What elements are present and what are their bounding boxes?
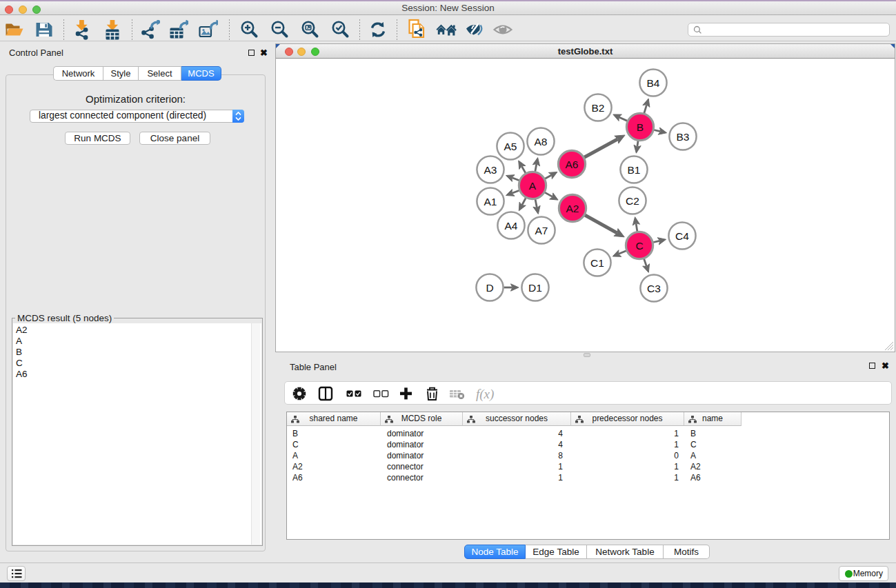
svg-text:A8: A8 (535, 136, 548, 148)
svg-text:A3: A3 (484, 164, 497, 176)
svg-text:C: C (635, 240, 643, 252)
svg-text:C4: C4 (675, 230, 689, 242)
svg-text:C1: C1 (590, 257, 604, 269)
svg-text:B: B (637, 121, 644, 133)
svg-text:B1: B1 (628, 164, 641, 176)
svg-text:C3: C3 (647, 283, 661, 294)
svg-text:D1: D1 (528, 282, 542, 294)
svg-text:A5: A5 (504, 141, 517, 152)
svg-text:B3: B3 (677, 131, 690, 143)
svg-text:D: D (486, 282, 493, 294)
svg-text:A2: A2 (566, 203, 579, 214)
svg-text:A7: A7 (535, 225, 548, 236)
svg-text:B2: B2 (592, 102, 605, 114)
svg-text:A1: A1 (484, 196, 497, 207)
svg-text:B4: B4 (647, 77, 660, 89)
svg-text:A: A (529, 180, 537, 192)
svg-text:A4: A4 (505, 220, 518, 232)
svg-text:A6: A6 (566, 159, 579, 170)
svg-text:C2: C2 (626, 195, 639, 207)
